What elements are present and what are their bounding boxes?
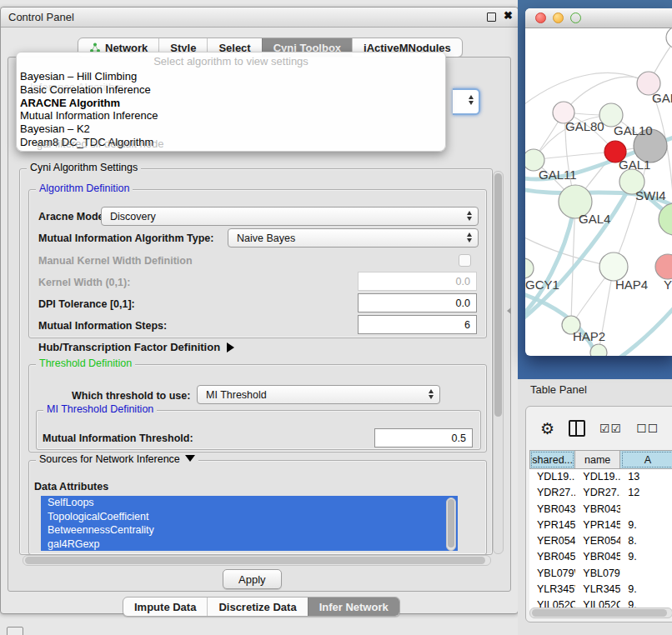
table-cell: 12 bbox=[620, 485, 672, 501]
inference-algorithm-combo-fragment[interactable] bbox=[453, 88, 480, 115]
algorithm-definition-title: Algorithm Definition bbox=[36, 182, 133, 194]
splitter-collapse-icon[interactable] bbox=[507, 308, 511, 314]
stepper-arrows-icon bbox=[429, 389, 434, 399]
settings-vertical-scrollbar[interactable] bbox=[493, 171, 504, 554]
table-row[interactable]: YER054CYER054C8. bbox=[529, 533, 672, 549]
apply-button[interactable]: Apply bbox=[223, 569, 282, 589]
which-threshold-select[interactable]: MI Threshold bbox=[197, 385, 440, 404]
algorithm-option[interactable]: Bayesian – K2 bbox=[20, 122, 442, 136]
unchecked-pair-icon[interactable]: ☐☐ bbox=[636, 422, 659, 435]
attribute-list-item[interactable]: BetweennessCentrality bbox=[41, 523, 458, 538]
attribute-list-item[interactable]: TopologicalCoefficient bbox=[41, 510, 458, 524]
data-attributes-list[interactable]: SelfLoopsTopologicalCoefficientBetweenne… bbox=[41, 496, 458, 551]
node-label-gal10: GAL10 bbox=[614, 123, 653, 138]
dpi-tolerance-input[interactable]: 0.0 bbox=[358, 293, 477, 312]
dpi-tolerance-label: DPI Tolerance [0,1]: bbox=[38, 298, 135, 310]
hub-definition-expander[interactable]: Hub/Transcription Factor Definition bbox=[38, 341, 234, 353]
close-panel-icon[interactable]: ✖ bbox=[504, 9, 513, 22]
tab-label: Discretize Data bbox=[218, 601, 296, 613]
mi-steps-value: 6 bbox=[464, 319, 470, 331]
aracne-mode-label: Aracne Mode: bbox=[38, 211, 108, 222]
aracne-mode-select[interactable]: Discovery bbox=[101, 207, 479, 226]
algorithm-option[interactable]: Bayesian – Hill Climbing bbox=[20, 70, 442, 83]
gear-icon[interactable]: ⚙ bbox=[540, 421, 554, 437]
column-header-name[interactable]: name bbox=[575, 450, 620, 469]
table-row[interactable]: YLR345WYLR345W9. bbox=[529, 582, 672, 598]
cyni-settings-group-title: Cyni Algorithm Settings bbox=[27, 162, 141, 173]
node-label-swi4: SWI4 bbox=[635, 188, 666, 202]
algorithm-option[interactable]: ARACNE Algorithm bbox=[20, 97, 442, 110]
column-header-shared[interactable]: shared... bbox=[529, 450, 575, 469]
network-edge[interactable] bbox=[534, 152, 615, 160]
network-node[interactable] bbox=[525, 258, 534, 278]
close-window-icon[interactable] bbox=[535, 12, 546, 23]
node-label-gal80: GAL80 bbox=[565, 119, 604, 133]
mi-threshold-input[interactable]: 0.5 bbox=[374, 428, 473, 448]
minimize-window-icon[interactable] bbox=[553, 12, 564, 23]
network-edge[interactable] bbox=[525, 202, 575, 321]
attributes-list-scrollbar[interactable] bbox=[446, 498, 456, 551]
table-row[interactable]: YDL19...YDL19...13 bbox=[529, 469, 672, 485]
table-cell: YDL19... bbox=[529, 469, 575, 485]
node-label-gal: GAL bbox=[652, 91, 672, 105]
hidden-network-combo-value: gal-filtered sif default node bbox=[37, 138, 163, 150]
which-threshold-value: MI Threshold bbox=[206, 389, 267, 401]
network-edge[interactable] bbox=[525, 72, 649, 107]
manual-kernel-width-checkbox[interactable] bbox=[459, 254, 471, 267]
network-graph-canvas[interactable]: GALGAL80GAL10GAL1GAL11GAL4SWI4GCY1HAP4YH… bbox=[525, 28, 672, 356]
split-panes-icon[interactable] bbox=[569, 420, 585, 437]
network-edge[interactable] bbox=[615, 291, 672, 356]
mi-steps-input[interactable]: 6 bbox=[358, 315, 477, 334]
checked-pair-icon[interactable]: ☑☑ bbox=[599, 422, 622, 435]
data-attributes-label: Data Attributes bbox=[34, 481, 108, 492]
docked-panel-icon[interactable] bbox=[7, 627, 23, 635]
tab-label: Impute Data bbox=[134, 601, 196, 613]
table-cell bbox=[620, 502, 672, 518]
node-label-gal1: GAL1 bbox=[619, 158, 650, 172]
table-cell: 9. bbox=[620, 549, 672, 565]
control-panel-window: Control Panel ✖ NetworkStyleSelectCyni T… bbox=[0, 7, 519, 614]
kernel-width-input[interactable]: 0.0 bbox=[358, 272, 477, 291]
tab-impute-data[interactable]: Impute Data bbox=[123, 598, 207, 616]
network-edge[interactable] bbox=[525, 291, 597, 356]
sources-group-title: Sources for Network Inference bbox=[36, 453, 198, 465]
settings-horizontal-scrollbar[interactable] bbox=[23, 555, 491, 566]
network-node[interactable] bbox=[666, 28, 672, 48]
algorithm-option[interactable]: Basic Correlation Inference bbox=[20, 83, 442, 97]
bottom-tabstrip: Impute DataDiscretize DataInfer Network bbox=[123, 597, 400, 617]
table-cell: YPR145W bbox=[575, 518, 620, 533]
table-cell: YBR045C bbox=[529, 549, 575, 565]
table-cell: YBL079W bbox=[575, 566, 620, 582]
table-row[interactable]: YDR27...YDR27...12 bbox=[529, 485, 672, 501]
table-cell: 8. bbox=[620, 533, 672, 549]
table-row[interactable]: YBR043CYBR043C bbox=[529, 502, 672, 518]
tab-discretize-data[interactable]: Discretize Data bbox=[207, 598, 307, 616]
network-view-window: GALGAL80GAL10GAL1GAL11GAL4SWI4GCY1HAP4YH… bbox=[525, 8, 672, 356]
table-cell: YBR045C bbox=[575, 549, 620, 565]
control-panel-titlebar: Control Panel ✖ bbox=[1, 8, 518, 28]
float-window-icon[interactable] bbox=[487, 12, 496, 22]
network-node[interactable] bbox=[655, 254, 672, 279]
tab-infer-network[interactable]: Infer Network bbox=[308, 598, 399, 616]
network-node[interactable] bbox=[590, 344, 607, 356]
table-horizontal-scrollbar[interactable] bbox=[529, 608, 672, 618]
attribute-list-item[interactable]: SelfLoops bbox=[41, 496, 458, 510]
attribute-list-item[interactable]: gal4RGexp bbox=[41, 538, 458, 552]
zoom-window-icon[interactable] bbox=[570, 12, 581, 23]
column-header-a[interactable]: A bbox=[620, 450, 672, 469]
which-threshold-label: Which threshold to use: bbox=[72, 390, 190, 402]
table-row[interactable]: YPR145WYPR145W9. bbox=[529, 518, 672, 533]
node-label-gcy1: GCY1 bbox=[525, 278, 559, 292]
table-cell: YER054C bbox=[575, 533, 620, 549]
mi-threshold-label: Mutual Information Threshold: bbox=[43, 432, 193, 444]
table-row[interactable]: YBR045CYBR045C9. bbox=[529, 549, 672, 565]
network-window-titlebar bbox=[525, 8, 672, 28]
mi-algorithm-type-select[interactable]: Naive Bayes bbox=[228, 228, 479, 248]
network-node[interactable] bbox=[599, 252, 628, 281]
table-row[interactable]: YBL079WYBL079W bbox=[529, 566, 672, 582]
algorithm-dropdown-popup: Select algorithm to view settings Infere… bbox=[16, 52, 446, 152]
table-cell: YBR043C bbox=[575, 502, 620, 518]
table-cell: YDR27... bbox=[575, 485, 620, 501]
aracne-mode-value: Discovery bbox=[110, 211, 156, 222]
algorithm-option[interactable]: Mutual Information Inference bbox=[20, 109, 442, 122]
